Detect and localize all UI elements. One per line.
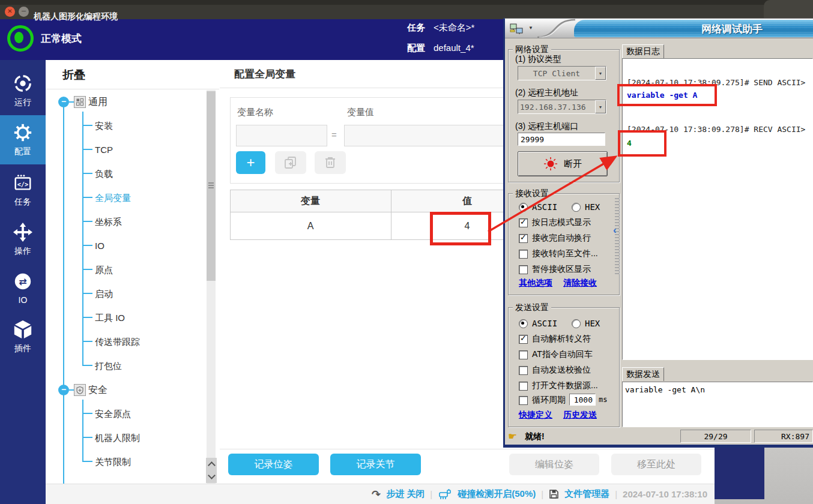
tree-group-safety[interactable]: 安全 <box>88 383 107 397</box>
disconnect-button[interactable]: 断开 <box>518 151 608 176</box>
tree-line <box>82 317 92 318</box>
checkbox-label: AT指令自动回车 <box>532 349 593 360</box>
minus-glyph: − <box>61 97 66 106</box>
file-manager-icon <box>549 489 559 499</box>
collapse-left-icon[interactable]: ‹ <box>613 224 617 236</box>
record-joint-button[interactable]: 记录关节 <box>330 454 421 475</box>
variable-name-input[interactable] <box>236 125 327 146</box>
tree-item-install[interactable]: 安装 <box>95 119 113 133</box>
tree-item-safety-home[interactable]: 安全原点 <box>95 407 131 421</box>
tree-item-io[interactable]: IO <box>95 239 104 253</box>
step-icon: ↷ <box>372 488 381 501</box>
send-hex-radio[interactable]: HEX <box>572 318 600 329</box>
host-select[interactable]: 192.168.37.136 ▼ <box>518 100 606 114</box>
duplicate-button[interactable] <box>275 151 306 174</box>
tree-item-global-variables[interactable]: 全局变量 <box>95 191 131 205</box>
scroll-up-button[interactable] <box>206 458 217 470</box>
netassist-app-icon[interactable] <box>509 23 525 37</box>
history-send-link[interactable]: 历史发送 <box>563 410 597 421</box>
toolbar-dropdown-icon[interactable]: ▼ <box>528 25 533 31</box>
tree-item-startup[interactable]: 启动 <box>95 287 113 301</box>
tab-data-log[interactable]: 数据日志 <box>622 44 664 58</box>
scroll-down-button[interactable] <box>206 470 217 483</box>
tree-line <box>82 197 92 198</box>
port-input[interactable] <box>518 133 605 146</box>
sidebar-item-plugin[interactable]: 插件 <box>0 312 46 361</box>
chevron-up-icon <box>208 461 216 469</box>
recv-hex-radio[interactable]: HEX <box>572 202 600 212</box>
record-pose-button[interactable]: 记录位姿 <box>228 454 319 475</box>
cycle-period-input[interactable] <box>569 394 596 406</box>
scrollbar-grip-icon <box>208 182 214 189</box>
data-log-area[interactable] <box>622 58 813 360</box>
tree-item-home[interactable]: 原点 <box>95 263 113 277</box>
add-variable-button[interactable]: + <box>236 151 265 174</box>
code-window-icon: </> <box>13 173 33 193</box>
sidebar-item-task[interactable]: </> 任务 <box>0 166 46 215</box>
rx-panel: RX:897 <box>754 430 813 443</box>
clear-receive-link[interactable]: 清除接收 <box>563 278 597 289</box>
file-data-source-checkbox[interactable]: 打开文件数据源... <box>519 380 598 391</box>
sidebar-item-io[interactable]: ⇄ IO <box>0 264 46 313</box>
edit-pose-button[interactable]: 编辑位姿 <box>509 454 599 475</box>
tree-item-joint-limit[interactable]: 关节限制 <box>95 455 131 469</box>
combo-arrow-icon[interactable]: ▼ <box>595 100 606 113</box>
duplicate-icon <box>284 156 297 169</box>
tree-item-coordinate[interactable]: 坐标系 <box>95 215 122 229</box>
tree-group-general[interactable]: 通用 <box>88 95 107 109</box>
shortcut-define-link[interactable]: 快捷定义 <box>519 410 552 421</box>
file-manager-button[interactable]: 文件管理器 <box>564 488 609 500</box>
step-status[interactable]: 步进 关闭 <box>386 488 425 500</box>
sidebar: 运行 配置 </> <box>0 60 46 504</box>
checkbox-icon <box>519 250 528 259</box>
config-label: 配置 <box>407 43 425 54</box>
collapse-icon[interactable]: − <box>58 97 69 107</box>
at-return-checkbox[interactable]: AT指令自动回车 <box>519 349 593 360</box>
sidebar-item-operate[interactable]: 操作 <box>0 215 46 264</box>
app-statusbar: ↷ 步进 关闭 | 碰撞检测开启(50%) | 文件管理器 | 2024-07-… <box>46 484 715 504</box>
tree-item-packing[interactable]: 打包位 <box>95 359 122 373</box>
cycle-period-checkbox[interactable]: 循环周期 <box>519 395 566 406</box>
close-icon[interactable]: ✕ <box>5 7 15 17</box>
other-options-link[interactable]: 其他选项 <box>519 278 552 289</box>
tree-item-payload[interactable]: 负载 <box>95 167 113 181</box>
sidebar-item-run[interactable]: 运行 <box>0 66 46 115</box>
send-ascii-radio[interactable]: ASCII <box>519 318 557 329</box>
recv-ascii-radio[interactable]: ASCII <box>519 202 557 212</box>
app-titlebar: ✕ ─ 机器人图形化编程环境 <box>0 5 813 19</box>
checkbox-icon <box>519 218 528 227</box>
tree-item-tcp[interactable]: TCP <box>95 143 113 157</box>
collapse-icon[interactable]: − <box>58 385 69 395</box>
tree-item-conveyor[interactable]: 传送带跟踪 <box>95 335 140 349</box>
delete-button[interactable] <box>315 151 346 174</box>
protocol-value: TCP Client <box>518 69 595 78</box>
radio-icon <box>572 203 581 212</box>
auto-newline-checkbox[interactable]: 接收完自动换行 <box>519 233 591 244</box>
auto-checksum-checkbox[interactable]: 自动发送校验位 <box>519 365 591 376</box>
combo-arrow-icon[interactable]: ▼ <box>595 67 606 80</box>
tab-data-send[interactable]: 数据发送 <box>622 367 664 381</box>
minimize-icon[interactable]: ─ <box>19 7 29 17</box>
host-value: 192.168.37.136 <box>518 103 595 112</box>
recv-to-file-checkbox[interactable]: 接收转向至文件... <box>519 248 598 259</box>
io-sync-icon: ⇄ <box>13 271 33 292</box>
move-here-button[interactable]: 移至此处 <box>611 454 701 475</box>
tree-line <box>63 103 64 390</box>
button-label: 移至此处 <box>637 458 675 471</box>
tree-item-tool-io[interactable]: 工具 IO <box>95 311 125 325</box>
panel-splitter[interactable] <box>615 198 620 276</box>
tree-line <box>69 389 74 391</box>
clock-text: 2024-07-10 17:38:10 <box>623 489 707 499</box>
tree-line <box>82 341 92 342</box>
protocol-select[interactable]: TCP Client ▼ <box>518 66 606 80</box>
collision-status[interactable]: 碰撞检测开启(50%) <box>458 488 536 500</box>
auto-escape-checkbox[interactable]: 自动解析转义符 <box>519 334 591 344</box>
log-mode-checkbox[interactable]: 按日志模式显示 <box>519 217 591 228</box>
connection-status-icon <box>543 157 558 171</box>
sidebar-item-label: IO <box>0 295 46 305</box>
radio-icon <box>519 319 528 328</box>
pause-display-checkbox[interactable]: 暂停接收区显示 <box>519 264 591 275</box>
sidebar-item-config[interactable]: 配置 <box>0 115 46 164</box>
tree-item-robot-limit[interactable]: 机器人限制 <box>95 431 140 445</box>
checkbox-icon <box>519 335 528 344</box>
